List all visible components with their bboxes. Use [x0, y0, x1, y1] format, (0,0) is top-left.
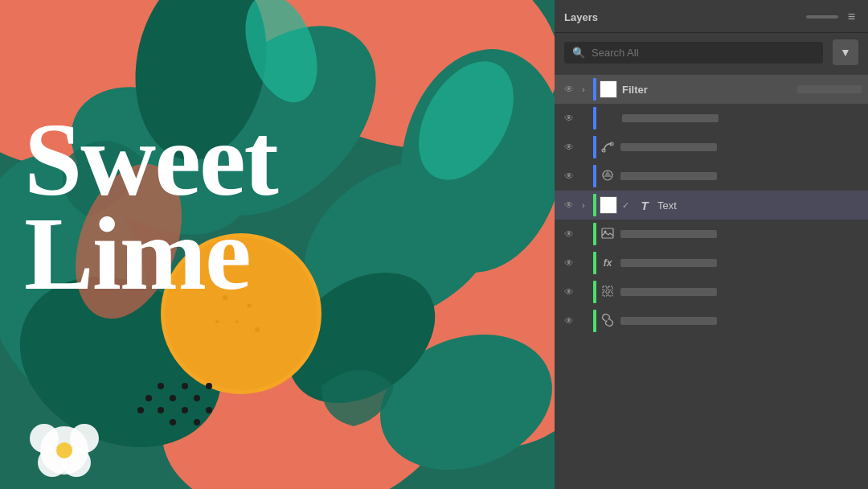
layer-row[interactable]: 👁 — [555, 104, 868, 133]
layer-row[interactable]: 👁 › Filter — [555, 75, 868, 104]
image-icon — [600, 227, 616, 242]
svg-point-19 — [255, 327, 260, 332]
layer-row[interactable]: 👁 — [555, 162, 868, 191]
visibility-icon[interactable]: 👁 — [561, 199, 577, 211]
svg-point-23 — [182, 383, 188, 389]
layer-color-bar — [593, 78, 596, 101]
layer-row[interactable]: 👁 — [555, 306, 868, 335]
filter-icon: ▼ — [840, 46, 851, 59]
svg-point-26 — [206, 383, 212, 389]
layer-name-placeholder — [620, 317, 717, 325]
layers-panel: Layers ≡ 🔍 ▼ 👁 › Filter 👁 — [555, 0, 868, 489]
panel-title: Layers — [564, 11, 598, 23]
visibility-icon[interactable]: 👁 — [561, 257, 577, 269]
search-input[interactable] — [592, 47, 815, 59]
svg-rect-47 — [608, 286, 612, 290]
path-icon — [600, 140, 616, 155]
text-type-icon: T — [637, 199, 653, 212]
svg-point-28 — [170, 419, 176, 425]
selection-icon — [600, 285, 616, 300]
layer-name-placeholder — [620, 143, 717, 151]
chevron-icon[interactable]: › — [577, 85, 590, 94]
layer-row[interactable]: 👁 — [555, 220, 868, 249]
layer-color-bar — [593, 223, 596, 245]
layer-color-bar — [593, 107, 596, 129]
layer-color-bar — [593, 310, 596, 332]
svg-point-29 — [182, 407, 188, 413]
layer-thumbnail — [600, 80, 617, 98]
svg-point-38 — [56, 442, 72, 458]
visibility-icon[interactable]: 👁 — [561, 171, 577, 182]
layer-name: Text — [657, 199, 862, 212]
visibility-icon[interactable]: 👁 — [561, 315, 577, 327]
panel-header: Layers ≡ — [555, 0, 868, 33]
panel-header-controls: ≡ — [806, 8, 858, 26]
layer-color-bar — [593, 194, 596, 216]
layer-color-bar — [593, 252, 596, 274]
layer-color-bar — [593, 165, 596, 187]
svg-rect-49 — [608, 292, 612, 296]
svg-point-30 — [194, 419, 200, 425]
layer-spacer — [797, 85, 862, 93]
check-icon: ✓ — [622, 200, 633, 211]
svg-point-27 — [158, 407, 164, 413]
shape-icon — [600, 169, 616, 184]
layer-row[interactable]: 👁 — [555, 133, 868, 162]
layer-row[interactable]: 👁 — [555, 277, 868, 306]
visibility-icon[interactable]: 👁 — [561, 142, 577, 153]
link-icon — [600, 314, 616, 329]
svg-point-24 — [194, 395, 200, 401]
panel-menu-button[interactable]: ≡ — [845, 8, 858, 26]
layer-name: Filter — [622, 84, 648, 96]
visibility-icon[interactable]: 👁 — [561, 84, 577, 95]
layer-color-bar — [593, 281, 596, 303]
svg-point-20 — [215, 320, 219, 323]
layer-row[interactable]: 👁 › ✓ T Text — [555, 191, 868, 220]
svg-point-32 — [206, 407, 212, 413]
svg-point-25 — [145, 395, 152, 401]
layer-thumbnail — [600, 196, 617, 214]
layer-name-placeholder — [620, 259, 717, 267]
chevron-icon[interactable]: › — [577, 201, 590, 210]
layer-name-placeholder — [620, 288, 717, 296]
svg-point-31 — [137, 407, 144, 413]
svg-point-21 — [158, 383, 164, 389]
visibility-icon[interactable]: 👁 — [561, 113, 577, 124]
layer-row[interactable]: 👁 fx — [555, 249, 868, 277]
visibility-icon[interactable]: 👁 — [561, 286, 577, 298]
svg-rect-48 — [603, 292, 607, 296]
layer-name-placeholder — [622, 114, 719, 122]
layer-name-placeholder — [620, 172, 717, 180]
search-icon: 🔍 — [572, 47, 585, 59]
layers-list: 👁 › Filter 👁 👁 — [555, 72, 868, 489]
svg-rect-44 — [602, 228, 613, 238]
search-bar: 🔍 — [564, 42, 823, 64]
svg-point-22 — [170, 395, 176, 401]
svg-rect-46 — [603, 286, 607, 290]
visibility-icon[interactable]: 👁 — [561, 228, 577, 240]
svg-point-18 — [235, 320, 239, 323]
canvas-text: Sweet Lime — [24, 113, 277, 301]
layer-name-placeholder — [620, 230, 717, 238]
layer-color-bar — [593, 136, 596, 158]
fx-icon: fx — [600, 257, 616, 269]
filter-button[interactable]: ▼ — [833, 39, 858, 65]
panel-drag-handle — [806, 15, 838, 18]
